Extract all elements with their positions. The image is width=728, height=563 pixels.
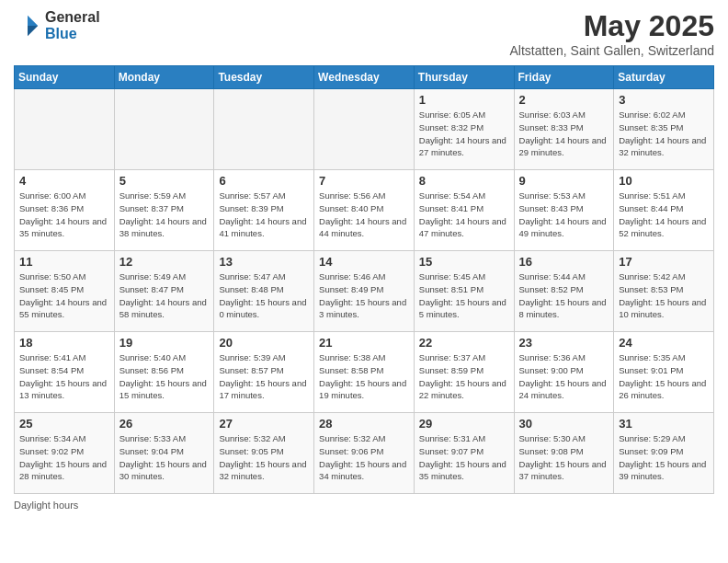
month-title: May 2025 (509, 9, 714, 43)
location-text: Altstatten, Saint Gallen, Switzerland (509, 43, 714, 58)
day-info: Sunrise: 5:53 AMSunset: 8:43 PMDaylight:… (519, 190, 609, 240)
day-number: 15 (419, 255, 509, 269)
logo-text: General Blue (45, 9, 100, 41)
calendar-cell (114, 89, 214, 170)
calendar-cell: 18Sunrise: 5:41 AMSunset: 8:54 PMDayligh… (15, 332, 115, 413)
column-header-sunday: Sunday (15, 66, 115, 89)
svg-marker-0 (28, 15, 38, 25)
calendar-table: SundayMondayTuesdayWednesdayThursdayFrid… (14, 65, 714, 494)
day-number: 10 (619, 174, 709, 188)
column-header-wednesday: Wednesday (314, 66, 415, 89)
calendar-week-row: 18Sunrise: 5:41 AMSunset: 8:54 PMDayligh… (15, 332, 714, 413)
day-info: Sunrise: 5:37 AMSunset: 8:59 PMDaylight:… (419, 351, 509, 402)
day-info: Sunrise: 5:56 AMSunset: 8:40 PMDaylight:… (319, 190, 409, 240)
day-number: 16 (519, 255, 609, 269)
footer-note: Daylight hours (14, 500, 714, 511)
day-number: 25 (19, 417, 109, 431)
calendar-week-row: 1Sunrise: 6:05 AMSunset: 8:32 PMDaylight… (15, 89, 714, 170)
calendar-cell: 5Sunrise: 5:59 AMSunset: 8:37 PMDaylight… (114, 170, 214, 251)
calendar-cell: 6Sunrise: 5:57 AMSunset: 8:39 PMDaylight… (214, 170, 314, 251)
day-number: 26 (119, 417, 210, 431)
day-number: 12 (119, 255, 210, 269)
calendar-cell (314, 89, 415, 170)
calendar-cell: 29Sunrise: 5:31 AMSunset: 9:07 PMDayligh… (414, 413, 514, 494)
day-number: 24 (619, 336, 709, 350)
day-number: 20 (219, 336, 309, 350)
day-number: 29 (419, 417, 509, 431)
day-info: Sunrise: 5:35 AMSunset: 9:01 PMDaylight:… (619, 351, 709, 402)
logo: General Blue (14, 9, 100, 41)
day-info: Sunrise: 5:50 AMSunset: 8:45 PMDaylight:… (19, 270, 109, 321)
day-number: 4 (19, 174, 109, 188)
logo-general-text: General (45, 9, 100, 26)
calendar-week-row: 25Sunrise: 5:34 AMSunset: 9:02 PMDayligh… (15, 413, 714, 494)
day-info: Sunrise: 5:32 AMSunset: 9:06 PMDaylight:… (319, 432, 409, 483)
day-info: Sunrise: 5:31 AMSunset: 9:07 PMDaylight:… (419, 432, 509, 483)
calendar-cell: 26Sunrise: 5:33 AMSunset: 9:04 PMDayligh… (114, 413, 214, 494)
day-info: Sunrise: 5:47 AMSunset: 8:48 PMDaylight:… (219, 270, 309, 321)
calendar-week-row: 4Sunrise: 6:00 AMSunset: 8:36 PMDaylight… (15, 170, 714, 251)
day-number: 18 (19, 336, 109, 350)
calendar-cell: 31Sunrise: 5:29 AMSunset: 9:09 PMDayligh… (614, 413, 714, 494)
day-number: 2 (519, 93, 609, 107)
day-number: 11 (19, 255, 109, 269)
day-number: 8 (419, 174, 509, 188)
day-info: Sunrise: 5:46 AMSunset: 8:49 PMDaylight:… (319, 270, 409, 321)
day-number: 13 (219, 255, 309, 269)
calendar-cell: 1Sunrise: 6:05 AMSunset: 8:32 PMDaylight… (414, 89, 514, 170)
day-info: Sunrise: 5:59 AMSunset: 8:37 PMDaylight:… (119, 190, 210, 240)
calendar-cell: 25Sunrise: 5:34 AMSunset: 9:02 PMDayligh… (15, 413, 115, 494)
calendar-cell: 19Sunrise: 5:40 AMSunset: 8:56 PMDayligh… (114, 332, 214, 413)
calendar-cell: 20Sunrise: 5:39 AMSunset: 8:57 PMDayligh… (214, 332, 314, 413)
day-info: Sunrise: 5:49 AMSunset: 8:47 PMDaylight:… (119, 270, 210, 321)
day-info: Sunrise: 5:38 AMSunset: 8:58 PMDaylight:… (319, 351, 409, 402)
title-block: May 2025 Altstatten, Saint Gallen, Switz… (509, 9, 714, 58)
day-number: 3 (619, 93, 709, 107)
day-number: 1 (419, 93, 509, 107)
day-number: 30 (519, 417, 609, 431)
calendar-cell: 13Sunrise: 5:47 AMSunset: 8:48 PMDayligh… (214, 251, 314, 332)
calendar-cell: 7Sunrise: 5:56 AMSunset: 8:40 PMDaylight… (314, 170, 415, 251)
calendar-week-row: 11Sunrise: 5:50 AMSunset: 8:45 PMDayligh… (15, 251, 714, 332)
calendar-cell (15, 89, 115, 170)
day-info: Sunrise: 5:45 AMSunset: 8:51 PMDaylight:… (419, 270, 509, 321)
calendar-cell: 8Sunrise: 5:54 AMSunset: 8:41 PMDaylight… (414, 170, 514, 251)
calendar-cell: 12Sunrise: 5:49 AMSunset: 8:47 PMDayligh… (114, 251, 214, 332)
day-number: 17 (619, 255, 709, 269)
calendar-cell (214, 89, 314, 170)
day-info: Sunrise: 5:40 AMSunset: 8:56 PMDaylight:… (119, 351, 210, 402)
svg-marker-1 (28, 26, 38, 36)
day-number: 28 (319, 417, 409, 431)
calendar-cell: 24Sunrise: 5:35 AMSunset: 9:01 PMDayligh… (614, 332, 714, 413)
day-info: Sunrise: 5:32 AMSunset: 9:05 PMDaylight:… (219, 432, 309, 483)
day-info: Sunrise: 6:00 AMSunset: 8:36 PMDaylight:… (19, 190, 109, 240)
column-header-thursday: Thursday (414, 66, 514, 89)
day-info: Sunrise: 5:54 AMSunset: 8:41 PMDaylight:… (419, 190, 509, 240)
logo-icon (14, 12, 41, 40)
day-number: 9 (519, 174, 609, 188)
day-info: Sunrise: 5:34 AMSunset: 9:02 PMDaylight:… (19, 432, 109, 483)
day-info: Sunrise: 5:33 AMSunset: 9:04 PMDaylight:… (119, 432, 210, 483)
calendar-cell: 11Sunrise: 5:50 AMSunset: 8:45 PMDayligh… (15, 251, 115, 332)
calendar-header-row: SundayMondayTuesdayWednesdayThursdayFrid… (15, 66, 714, 89)
column-header-saturday: Saturday (614, 66, 714, 89)
calendar-cell: 15Sunrise: 5:45 AMSunset: 8:51 PMDayligh… (414, 251, 514, 332)
day-info: Sunrise: 5:30 AMSunset: 9:08 PMDaylight:… (519, 432, 609, 483)
day-info: Sunrise: 6:02 AMSunset: 8:35 PMDaylight:… (619, 109, 709, 159)
day-number: 19 (119, 336, 210, 350)
logo-blue-text: Blue (45, 26, 100, 42)
day-number: 21 (319, 336, 409, 350)
column-header-friday: Friday (514, 66, 614, 89)
day-number: 14 (319, 255, 409, 269)
day-info: Sunrise: 5:51 AMSunset: 8:44 PMDaylight:… (619, 190, 709, 240)
day-info: Sunrise: 5:39 AMSunset: 8:57 PMDaylight:… (219, 351, 309, 402)
calendar-cell: 4Sunrise: 6:00 AMSunset: 8:36 PMDaylight… (15, 170, 115, 251)
calendar-cell: 2Sunrise: 6:03 AMSunset: 8:33 PMDaylight… (514, 89, 614, 170)
calendar-cell: 9Sunrise: 5:53 AMSunset: 8:43 PMDaylight… (514, 170, 614, 251)
day-number: 27 (219, 417, 309, 431)
calendar-cell: 22Sunrise: 5:37 AMSunset: 8:59 PMDayligh… (414, 332, 514, 413)
calendar-cell: 21Sunrise: 5:38 AMSunset: 8:58 PMDayligh… (314, 332, 415, 413)
day-info: Sunrise: 5:44 AMSunset: 8:52 PMDaylight:… (519, 270, 609, 321)
calendar-cell: 3Sunrise: 6:02 AMSunset: 8:35 PMDaylight… (614, 89, 714, 170)
day-number: 23 (519, 336, 609, 350)
